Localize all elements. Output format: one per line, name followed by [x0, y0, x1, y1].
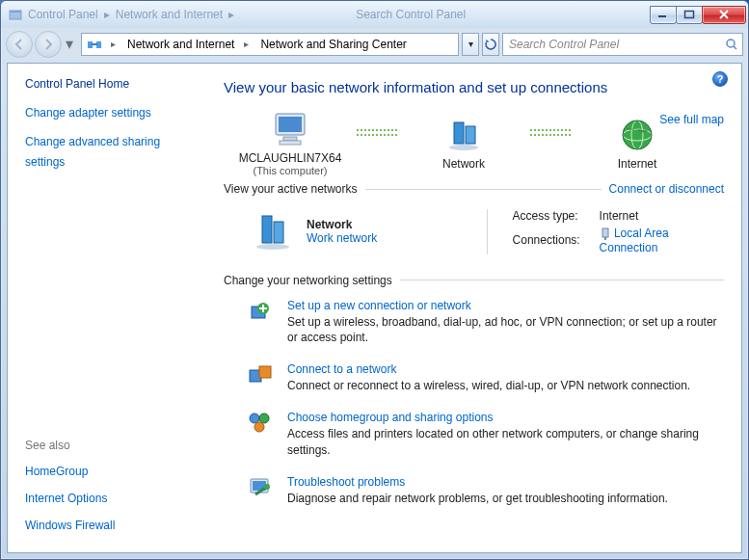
task-connect-network-link[interactable]: Connect to a network	[287, 362, 396, 376]
network-icon	[444, 115, 483, 155]
troubleshoot-icon	[247, 475, 274, 502]
task-desc: Connect or reconnect to a wireless, wire…	[287, 378, 690, 393]
map-node-network: Network	[397, 115, 530, 171]
active-network-type-link[interactable]: Work network	[307, 231, 377, 245]
homegroup-icon	[247, 411, 274, 438]
svg-rect-3	[685, 12, 694, 18]
svg-rect-8	[279, 117, 302, 132]
help-icon[interactable]: ?	[712, 71, 728, 87]
breadcrumb-sharing-center[interactable]: Network and Sharing Center	[253, 34, 412, 55]
svg-point-32	[264, 484, 270, 490]
active-network-name: Network	[307, 218, 377, 231]
chevron-right-icon[interactable]: ▸	[107, 39, 120, 49]
change-advanced-sharing-link[interactable]: Change advanced sharing settings	[25, 135, 160, 169]
network-map: See full map MCLAUGHLIN7X64 (This comput…	[224, 109, 724, 176]
task-connect-network: Connect to a network Connect or reconnec…	[247, 362, 724, 393]
change-adapter-link[interactable]: Change adapter settings	[25, 106, 151, 120]
svg-point-28	[259, 413, 269, 423]
homegroup-link[interactable]: HomeGroup	[25, 465, 88, 478]
task-desc: Access files and printers located on oth…	[287, 426, 724, 457]
map-node-this-computer: MCLAUGHLIN7X64 (This computer)	[224, 109, 357, 176]
nav-history-dropdown[interactable]: ▾	[64, 36, 75, 53]
see-also-label: See also	[25, 439, 201, 452]
active-network-row: Network Work network Access type: Intern…	[224, 203, 724, 270]
address-bar[interactable]: ▸ Network and Internet ▸ Network and Sha…	[81, 33, 459, 56]
svg-point-13	[449, 145, 478, 150]
titlebar[interactable]: Control Panel ▸ Network and Internet ▸ S…	[1, 1, 748, 28]
task-troubleshoot-link[interactable]: Troubleshoot problems	[287, 475, 405, 489]
ethernet-icon	[600, 227, 611, 241]
svg-rect-9	[283, 137, 297, 141]
content-area: Control Panel Home Change adapter settin…	[7, 63, 742, 553]
svg-point-6	[727, 40, 735, 47]
access-type-value: Internet	[600, 209, 724, 223]
internet-icon	[619, 115, 655, 155]
svg-rect-11	[454, 122, 464, 144]
connect-disconnect-link[interactable]: Connect or disconnect	[609, 182, 724, 196]
forward-button[interactable]	[35, 31, 62, 58]
svg-rect-10	[280, 141, 301, 145]
network-tower-icon	[253, 210, 293, 253]
svg-point-20	[256, 244, 289, 250]
see-full-map-link[interactable]: See full map	[659, 113, 724, 126]
task-homegroup: Choose homegroup and sharing options Acc…	[247, 411, 724, 457]
svg-rect-18	[262, 216, 272, 243]
address-dropdown-button[interactable]: ▾	[462, 33, 479, 56]
breadcrumb-network-internet[interactable]: Network and Internet	[120, 34, 240, 55]
svg-rect-2	[658, 15, 666, 17]
back-button[interactable]	[6, 31, 33, 58]
map-node-sublabel: (This computer)	[253, 165, 327, 176]
window-frame: Control Panel ▸ Network and Internet ▸ S…	[0, 0, 749, 560]
maximize-button[interactable]	[676, 6, 703, 24]
title-hints: Control Panel ▸ Network and Internet ▸ S…	[9, 8, 466, 21]
main-panel: ? View your basic network information an…	[210, 64, 741, 552]
connections-label: Connections:	[513, 233, 600, 247]
access-type-label: Access type:	[513, 209, 600, 223]
setup-connection-icon	[247, 299, 274, 326]
search-box[interactable]	[502, 33, 743, 56]
map-node-label: Network	[442, 157, 485, 171]
active-networks-header: View your active networks Connect or dis…	[224, 182, 724, 196]
internet-options-link[interactable]: Internet Options	[25, 492, 107, 505]
windows-firewall-link[interactable]: Windows Firewall	[25, 519, 115, 532]
chevron-right-icon[interactable]: ▸	[240, 39, 253, 49]
connect-network-icon	[247, 362, 274, 389]
minimize-button[interactable]	[650, 6, 677, 24]
search-input[interactable]	[509, 38, 725, 51]
task-list: Set up a new connection or network Set u…	[224, 295, 724, 506]
svg-rect-21	[602, 228, 608, 237]
task-desc: Diagnose and repair network problems, or…	[287, 491, 668, 506]
control-panel-home-link[interactable]: Control Panel Home	[25, 77, 201, 93]
map-node-label: Internet	[618, 157, 657, 171]
refresh-button[interactable]	[482, 33, 499, 56]
page-heading: View your basic network information and …	[224, 79, 724, 95]
svg-rect-19	[274, 222, 283, 243]
task-homegroup-link[interactable]: Choose homegroup and sharing options	[287, 411, 493, 424]
close-button[interactable]	[702, 6, 746, 24]
map-node-label: MCLAUGHLIN7X64	[239, 151, 342, 165]
change-settings-header: Change your networking settings	[224, 274, 724, 287]
task-setup-connection: Set up a new connection or network Set u…	[247, 299, 724, 345]
search-icon	[725, 38, 738, 51]
sidebar: Control Panel Home Change adapter settin…	[8, 64, 210, 552]
task-setup-connection-link[interactable]: Set up a new connection or network	[287, 299, 471, 312]
nav-strip: ▾ ▸ Network and Internet ▸ Network and S…	[1, 28, 748, 63]
task-desc: Set up a wireless, broadband, dial-up, a…	[287, 314, 724, 345]
task-troubleshoot: Troubleshoot problems Diagnose and repai…	[247, 475, 724, 506]
window-icon	[9, 8, 22, 21]
svg-rect-26	[259, 366, 271, 378]
svg-rect-22	[604, 237, 606, 240]
window-buttons	[651, 6, 746, 24]
svg-point-27	[250, 413, 259, 423]
svg-point-29	[254, 422, 264, 432]
svg-rect-1	[10, 11, 21, 13]
address-icon	[82, 37, 107, 52]
svg-rect-12	[466, 126, 475, 144]
computer-icon	[270, 109, 310, 149]
